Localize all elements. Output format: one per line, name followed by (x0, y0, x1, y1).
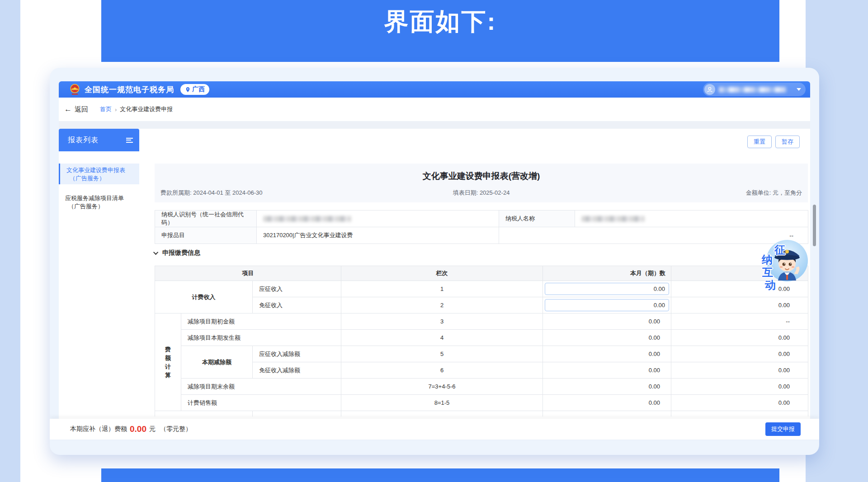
row-label: 免征收入 (253, 297, 341, 314)
location-pin-icon (185, 87, 191, 93)
form-footer: 本期应补（退）费额 0.00 元 （零元整） 提交申报 (50, 419, 819, 440)
row-label: 免征收入减除额 (253, 362, 341, 379)
taxpayer-name-redacted (581, 216, 645, 222)
taxpayer-id-label: 纳税人识别号（统一社会信用代码） (155, 211, 257, 227)
mascot-char-1: 征 (774, 243, 785, 257)
sidebar-item-label: 文化事业建设费申报表 (66, 166, 139, 174)
back-arrow-icon[interactable]: ← (64, 105, 72, 114)
amount-due-label: 本期应补（退）费额 (70, 425, 127, 433)
table-header-row: 项目 栏次 本月（期）数 (155, 266, 808, 281)
sidebar-item-deduction-list[interactable]: 应税服务减除项目清单 （广告服务） (59, 192, 139, 211)
breadcrumb-separator: › (115, 106, 117, 113)
col-header-item: 项目 (155, 266, 341, 281)
group-current-deduction: 本期减除额 (181, 346, 253, 379)
table-row: 减除项目本期发生额 4 0.00 0.00 (155, 330, 808, 346)
breadcrumb: ← 返回 首页 › 文化事业建设费申报 (59, 98, 810, 121)
breadcrumb-current: 文化事业建设费申报 (120, 105, 173, 113)
amount-in-words: （零元整） (160, 425, 192, 433)
col-header-month: 本月（期）数 (543, 266, 671, 281)
accumulated-value: 0.00 (671, 362, 808, 379)
row-line-no: 8=1-5 (341, 395, 543, 411)
info-row-2: 申报品目 302170200|广告业文化事业建设费 -- (155, 227, 808, 244)
row-line-no: 5 (341, 346, 543, 362)
tax-app-window: 全国统一规范电子税务局 广西 ← 返回 (50, 68, 819, 455)
accumulated-value: 0.00 (671, 395, 808, 411)
month-value-cell (543, 297, 671, 314)
region-selector[interactable]: 广西 (180, 84, 209, 95)
tax-interaction-mascot[interactable]: 征 纳 互 动 (757, 242, 819, 309)
accumulated-value: -- (671, 314, 808, 330)
declaration-item-label: 申报品目 (155, 227, 257, 244)
row-label: 应征收入减除额 (253, 346, 341, 362)
taxpayer-name-value (575, 211, 808, 227)
page: 界面如下: 全国统一规范电子税务局 广西 (0, 0, 868, 482)
form-title: 文化事业建设费申报表(营改增) (155, 164, 808, 182)
section-title: 申报缴费信息 (162, 249, 200, 257)
reset-button[interactable]: 重置 (747, 136, 772, 148)
taxable-income-input[interactable] (545, 283, 669, 295)
table-row: 减除项目期末余额 7=3+4-5-6 0.00 0.00 (155, 379, 808, 395)
info-row-1: 纳税人识别号（统一社会信用代码） 纳税人名称 (155, 211, 808, 227)
declaration-table-container: 项目 栏次 本月（期）数 计费收入 应征收入 1 0.00 (155, 266, 809, 416)
accumulated-value: 0.00 (671, 379, 808, 395)
accumulated-value: 0.00 (671, 330, 808, 346)
row-label: 减除项目期末余额 (181, 379, 341, 395)
username-redacted (719, 87, 787, 93)
month-value: 0.00 (543, 379, 671, 395)
fill-date-value: 2025-02-24 (480, 189, 510, 196)
submit-declaration-button[interactable]: 提交申报 (765, 422, 801, 436)
table-row: 计费收入 应征收入 1 0.00 (155, 281, 808, 297)
table-row: 计费销售额 8=1-5 0.00 0.00 (155, 395, 808, 411)
declaration-table: 项目 栏次 本月（期）数 计费收入 应征收入 1 0.00 (155, 266, 808, 416)
row-label: 减除项目本期发生额 (181, 330, 341, 346)
amount-unit-note: 金额单位: 元，至角分 (746, 189, 802, 197)
fill-date: 填表日期: 2025-02-24 (155, 189, 808, 197)
user-account-menu[interactable] (703, 83, 806, 96)
app-title: 全国统一规范电子税务局 (85, 84, 174, 95)
taxpayer-info-table: 纳税人识别号（统一社会信用代码） 纳税人名称 申报品目 302170200|广告… (155, 210, 808, 244)
taxpayer-id-redacted (263, 216, 351, 222)
declaration-item-value: 302170200|广告业文化事业建设费 (257, 227, 499, 244)
form-meta-row: 费款所属期: 2024-04-01 至 2024-06-30 填表日期: 202… (155, 189, 808, 197)
month-value-cell (543, 281, 671, 297)
amount-due-value: 0.00 (130, 424, 146, 434)
save-draft-button[interactable]: 暂存 (775, 136, 800, 148)
top-banner: 界面如下: (101, 0, 779, 62)
scrollbar-thumb[interactable] (813, 205, 816, 246)
row-label: 减除项目期初金额 (181, 314, 341, 330)
month-value: 0.00 (543, 346, 671, 362)
table-row-clipped (155, 411, 808, 417)
row-line-no: 1 (341, 281, 543, 297)
row-line-no: 3 (341, 314, 543, 330)
sidebar-item-label-line2: （广告服务） (65, 202, 139, 211)
month-value: 0.00 (543, 362, 671, 379)
breadcrumb-home[interactable]: 首页 (100, 105, 112, 113)
menu-icon[interactable] (126, 136, 133, 144)
sidebar-item-label: 应税服务减除项目清单 (65, 194, 139, 202)
row-line-no: 6 (341, 362, 543, 379)
divider-strip (59, 121, 810, 129)
back-button[interactable]: 返回 (75, 105, 88, 114)
table-row: 免征收入减除额 6 0.00 0.00 (155, 362, 808, 379)
row-line-no: 2 (341, 297, 543, 314)
app-header: 全国统一规范电子税务局 广西 (59, 81, 810, 98)
group-billable-income: 计费收入 (155, 281, 253, 314)
row-label: 应征收入 (253, 281, 341, 297)
info-row2-right-value: -- (499, 227, 808, 244)
row-line-no: 7=3+4-5-6 (341, 379, 543, 395)
sidebar-title: 报表列表 (68, 136, 99, 145)
person-icon (706, 86, 713, 93)
group-fee-calculation: 费额计算 (155, 314, 181, 411)
section-header: 申报缴费信息 (155, 249, 200, 257)
month-value: 0.00 (543, 330, 671, 346)
amount-unit: 元 (149, 425, 156, 433)
sidebar-header: 报表列表 (59, 129, 139, 151)
table-row: 免征收入 2 0.00 (155, 297, 808, 314)
exempt-income-input[interactable] (545, 299, 669, 311)
sidebar-item-declaration-form[interactable]: 文化事业建设费申报表 （广告服务） (59, 164, 139, 184)
sidebar-item-label-line2: （广告服务） (66, 174, 139, 183)
region-label: 广西 (192, 85, 205, 94)
row-line-no: 4 (341, 330, 543, 346)
group-fee-calculation-label: 费额计算 (165, 345, 171, 379)
col-header-line: 栏次 (341, 266, 543, 281)
